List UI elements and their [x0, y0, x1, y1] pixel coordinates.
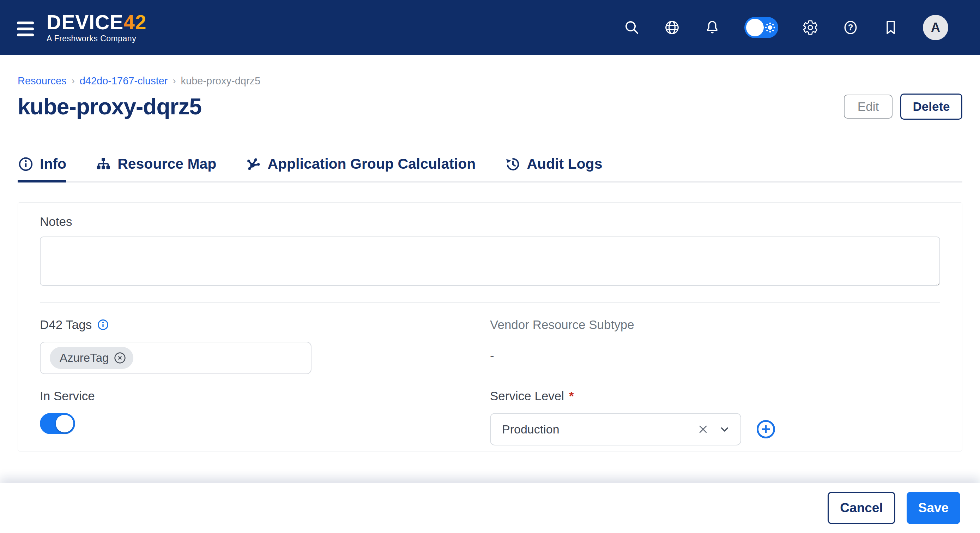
title-row: kube-proxy-dqrz5 Edit Delete [18, 93, 963, 120]
toggle-knob [56, 415, 73, 432]
avatar-initial: A [931, 20, 940, 35]
globe-icon[interactable] [664, 19, 680, 36]
vendor-subtype-value: - [490, 349, 940, 363]
breadcrumb-cluster[interactable]: d42do-1767-cluster [80, 75, 168, 87]
bookmark-icon[interactable] [883, 19, 899, 36]
navbar-actions: ? A [624, 15, 948, 40]
settings-gear-icon[interactable] [802, 19, 818, 36]
breadcrumb-resources[interactable]: Resources [18, 75, 67, 87]
sun-icon [764, 22, 776, 34]
tab-application-group-calculation[interactable]: Application Group Calculation [245, 156, 476, 182]
bell-icon[interactable] [704, 19, 721, 36]
vendor-subtype-label: Vendor Resource Subtype [490, 317, 940, 332]
page: DEVICE42 A Freshworks Company [0, 0, 980, 533]
delete-button[interactable]: Delete [900, 94, 963, 120]
help-icon[interactable]: ? [842, 19, 859, 36]
d42-tags-field: D42 Tags AzureTag [40, 317, 490, 374]
tab-label: Info [40, 156, 66, 172]
logo-text: DEVICE [46, 11, 124, 34]
breadcrumb-current: kube-proxy-dqrz5 [181, 75, 261, 87]
search-icon[interactable] [624, 19, 640, 36]
service-level-value: Production [502, 423, 560, 436]
tab-audit-logs[interactable]: Audit Logs [504, 156, 602, 182]
tab-bar: Info Resource Map [18, 156, 963, 182]
user-avatar[interactable]: A [923, 15, 948, 40]
tags-info-icon[interactable] [97, 318, 109, 331]
logo-accent-text: 42 [124, 11, 146, 34]
cancel-button[interactable]: Cancel [827, 492, 895, 524]
form-row-tags-subtype: D42 Tags AzureTag [40, 303, 940, 374]
tag-chip-label: AzureTag [60, 351, 109, 365]
tab-label: Resource Map [118, 156, 216, 172]
tag-chip: AzureTag [50, 347, 134, 369]
device42-logo[interactable]: DEVICE42 A Freshworks Company [46, 12, 147, 43]
add-service-level-button[interactable] [755, 419, 776, 440]
breadcrumb-separator: › [173, 75, 176, 87]
clear-selection-icon[interactable] [697, 423, 710, 436]
theme-toggle-knob [746, 19, 764, 36]
vendor-subtype-field: Vendor Resource Subtype - [490, 317, 940, 374]
main-content: Resources › d42do-1767-cluster › kube-pr… [0, 55, 980, 452]
in-service-field: In Service [40, 388, 490, 445]
d42-tags-label-text: D42 Tags [40, 317, 92, 332]
theme-toggle[interactable] [745, 17, 778, 38]
save-button[interactable]: Save [907, 492, 960, 524]
service-level-label-text: Service Level [490, 388, 564, 404]
history-icon [504, 156, 521, 172]
svg-text:?: ? [848, 22, 853, 32]
chevron-down-icon[interactable] [719, 423, 730, 435]
breadcrumb-separator: › [72, 75, 75, 87]
tag-remove-icon[interactable] [113, 351, 127, 365]
info-form-panel: Notes D42 Tags AzureTag [18, 202, 963, 452]
tab-info[interactable]: Info [18, 156, 66, 182]
sitemap-icon [95, 156, 111, 172]
hub-icon [245, 156, 261, 172]
d42-tags-label: D42 Tags [40, 317, 490, 332]
info-icon [18, 156, 34, 172]
tab-label: Audit Logs [527, 156, 602, 172]
service-level-label: Service Level * [490, 388, 940, 404]
notes-textarea[interactable] [40, 236, 940, 286]
edit-button[interactable]: Edit [844, 94, 892, 119]
service-level-field: Service Level * Production [490, 388, 940, 445]
page-title: kube-proxy-dqrz5 [18, 93, 201, 120]
notes-label: Notes [40, 214, 940, 230]
logo-tagline: A Freshworks Company [46, 34, 147, 43]
title-actions: Edit Delete [844, 94, 963, 120]
tab-label: Application Group Calculation [267, 156, 476, 172]
service-level-select[interactable]: Production [490, 413, 741, 445]
hamburger-menu-icon[interactable] [17, 22, 34, 36]
action-footer: Cancel Save [0, 483, 980, 533]
top-navbar: DEVICE42 A Freshworks Company [0, 0, 980, 55]
in-service-label: In Service [40, 388, 490, 404]
form-row-service: In Service Service Level * Production [40, 374, 940, 445]
tab-resource-map[interactable]: Resource Map [95, 156, 216, 182]
in-service-toggle[interactable] [40, 413, 75, 434]
tags-input[interactable]: AzureTag [40, 342, 312, 374]
required-asterisk: * [569, 388, 574, 404]
service-level-select-wrap: Production [490, 413, 940, 445]
breadcrumb: Resources › d42do-1767-cluster › kube-pr… [18, 75, 963, 87]
